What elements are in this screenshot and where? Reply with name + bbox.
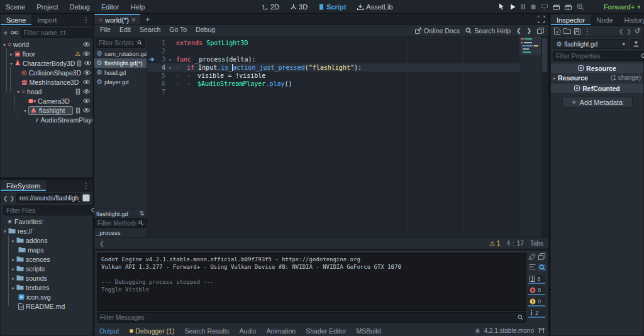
tab-search-results[interactable]: Search Results	[179, 327, 234, 335]
inspector-back-icon[interactable]	[619, 28, 624, 35]
inspector-forward-icon[interactable]	[626, 28, 631, 35]
visibility-eye-icon[interactable]	[82, 98, 91, 104]
script-menu-file[interactable]: File	[96, 24, 115, 38]
visibility-eye-icon[interactable]	[84, 60, 92, 66]
menu-debug[interactable]: Debug	[64, 0, 95, 14]
warnings-filter-badge[interactable]: 0	[528, 298, 545, 306]
script-item-flashlight[interactable]: flashlight.gd(*)	[94, 58, 147, 68]
pause-button[interactable]	[521, 4, 526, 9]
edited-script-dropdown[interactable]: flashlight.gd	[553, 39, 628, 49]
fold-icon[interactable]	[169, 57, 176, 63]
tree-row-collisionshape3d[interactable]: CollisionShape3D	[1, 68, 92, 77]
history-forward-icon[interactable]	[526, 27, 531, 34]
section-header-refcounted[interactable]: RefCounted	[551, 84, 643, 93]
toggle-split-mode-button[interactable]	[82, 194, 90, 202]
visibility-eye-icon[interactable]	[82, 51, 91, 57]
expand-bottom-panel-icon[interactable]	[538, 328, 545, 333]
script-menu-goto[interactable]: Go To	[165, 24, 191, 38]
warning-icon[interactable]	[75, 50, 80, 57]
distraction-free-icon[interactable]	[538, 16, 545, 23]
tree-row-world[interactable]: world	[1, 40, 92, 49]
workspace-assetlib-button[interactable]: AssetLib	[353, 0, 397, 14]
menu-scene[interactable]: Scene	[0, 0, 31, 14]
tab-node[interactable]: Node	[591, 14, 618, 25]
fs-row-readme[interactable]: README.md	[1, 301, 92, 311]
play-remote-icon[interactable]	[541, 4, 548, 9]
tab-msbuild[interactable]: MSBuild	[351, 327, 386, 335]
visibility-eye-icon[interactable]	[82, 41, 91, 47]
code-editor[interactable]: 1extends SpotLight3D 2 3func _process(de…	[147, 36, 548, 237]
search-help-button[interactable]: Search Help	[465, 27, 511, 35]
scene-dock-menu-icon[interactable]	[80, 14, 92, 25]
inspect-object-button[interactable]	[630, 39, 641, 49]
script-item-player[interactable]: player.gd	[94, 77, 147, 87]
filter-scripts-input[interactable]	[99, 40, 135, 46]
collapse-icon[interactable]	[4, 227, 6, 234]
fs-row-scripts[interactable]: scripts	[1, 264, 92, 273]
tree-row-audiostreamplayer[interactable]: AudioStreamPlayer	[1, 115, 92, 124]
remote-debug-icon[interactable]	[499, 3, 505, 10]
menu-project[interactable]: Project	[31, 0, 64, 14]
fs-row-favorites[interactable]: Favorites:	[1, 217, 92, 226]
collapse-icon[interactable]	[24, 107, 26, 114]
new-resource-icon[interactable]	[554, 28, 560, 35]
expand-icon[interactable]	[12, 256, 14, 263]
notification-bell-icon[interactable]	[475, 328, 480, 334]
errors-filter-badge[interactable]: 0	[528, 286, 545, 295]
filter-messages-input[interactable]	[100, 314, 516, 321]
menu-editor[interactable]: Editor	[96, 0, 125, 14]
collapse-icon[interactable]	[10, 60, 13, 67]
visibility-eye-icon[interactable]	[82, 89, 91, 94]
tree-row-floor[interactable]: floor	[1, 49, 92, 58]
clear-output-icon[interactable]	[529, 253, 536, 260]
add-node-button[interactable]	[3, 29, 8, 37]
indent-type-label[interactable]: Tabs	[530, 240, 543, 247]
script-item-cam-rotation[interactable]: cam_rotation.gd	[94, 49, 147, 58]
scrollbar-thumb[interactable]	[542, 38, 547, 72]
visibility-eye-icon[interactable]	[82, 107, 91, 113]
collapse-icon[interactable]	[17, 88, 19, 95]
history-back-icon[interactable]	[516, 27, 521, 34]
resource-property-row[interactable]: Resource (1 change)	[551, 73, 643, 82]
expand-icon[interactable]	[12, 274, 14, 281]
close-icon[interactable]	[131, 16, 136, 24]
tab-shader-editor[interactable]: Shader Editor	[301, 327, 351, 335]
filter-methods-input[interactable]	[97, 220, 136, 227]
play-custom-scene-button[interactable]	[565, 4, 572, 10]
resource-extra-menu-icon[interactable]	[584, 28, 591, 35]
save-resource-icon[interactable]	[574, 28, 580, 35]
workspace-2d-button[interactable]: 2D	[258, 0, 284, 14]
visibility-eye-icon[interactable]	[83, 70, 91, 75]
play-scene-button[interactable]	[553, 4, 560, 10]
messages-filter-badge[interactable]: 3	[528, 275, 545, 284]
tab-import[interactable]: Import	[31, 14, 62, 25]
expand-icon[interactable]	[12, 284, 14, 291]
tree-row-meshinstance3d[interactable]: MeshInstance3D	[1, 77, 92, 87]
fs-row-addons[interactable]: addons	[1, 236, 92, 245]
fs-row-sounds[interactable]: sounds	[1, 273, 92, 283]
collapse-messages-icon[interactable]	[529, 264, 536, 271]
filesystem-dock-menu-icon[interactable]	[80, 180, 92, 191]
current-path-field[interactable]: res://sounds/flashligh_butt	[16, 193, 80, 203]
console-log[interactable]: Godot Engine v4.2.1.stable.mono.official…	[97, 253, 526, 311]
tab-filesystem[interactable]: FileSystem	[1, 180, 46, 191]
copy-output-icon[interactable]	[538, 253, 545, 260]
fs-row-icon-svg[interactable]: icon.svg	[1, 292, 92, 301]
new-scene-tab-button[interactable]	[140, 14, 155, 24]
tree-row-camera3d[interactable]: Camera3D	[1, 96, 92, 106]
tab-history[interactable]: History	[619, 14, 644, 25]
add-metadata-button[interactable]: Add Metadata	[562, 97, 633, 107]
script-menu-search[interactable]: Search	[135, 24, 165, 38]
collapse-icon[interactable]	[3, 41, 6, 48]
stop-button[interactable]	[531, 4, 536, 9]
search-messages-icon[interactable]	[538, 264, 546, 271]
code-minimap[interactable]	[519, 36, 541, 237]
filter-properties-input[interactable]	[556, 53, 639, 60]
tab-inspector[interactable]: Inspector	[551, 14, 591, 25]
fs-row-scences[interactable]: scences	[1, 254, 92, 264]
expand-icon[interactable]	[553, 74, 556, 81]
movie-maker-icon[interactable]	[577, 3, 584, 10]
expand-icon[interactable]	[10, 50, 13, 57]
fs-row-maps[interactable]: maps	[1, 245, 92, 254]
play-button[interactable]	[510, 4, 516, 10]
